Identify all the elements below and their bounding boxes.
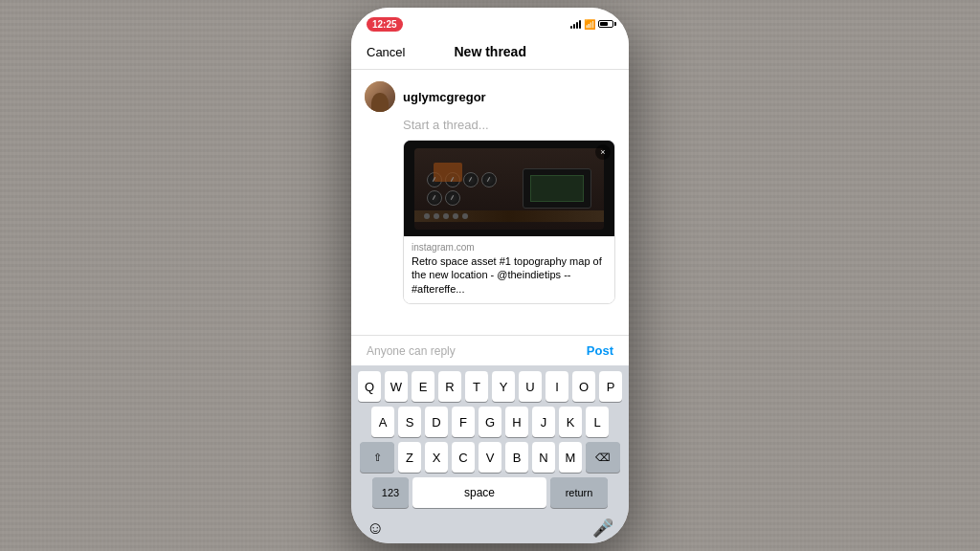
link-preview-card: × instagram.com Retro space asset #1 top… xyxy=(403,140,615,304)
phone-frame: 12:25 📶 Cancel New thread xyxy=(351,8,629,543)
action-bar: Anyone can reply Post xyxy=(351,335,629,365)
key-p[interactable]: P xyxy=(599,371,622,402)
controls-strip xyxy=(414,210,604,222)
key-m[interactable]: M xyxy=(559,442,582,473)
key-x[interactable]: X xyxy=(425,442,448,473)
numbers-key[interactable]: 123 xyxy=(372,477,409,508)
display-screen xyxy=(530,175,585,202)
gauge-3 xyxy=(463,172,479,187)
cockpit-scene xyxy=(404,141,614,236)
knob-1 xyxy=(424,213,430,219)
key-j[interactable]: J xyxy=(532,407,555,437)
signal-icon xyxy=(570,19,581,29)
backspace-key[interactable]: ⌫ xyxy=(586,442,620,473)
keyboard-row-4: 123 space return xyxy=(354,477,626,508)
key-u[interactable]: U xyxy=(519,371,542,402)
key-i[interactable]: I xyxy=(546,371,568,402)
microphone-icon[interactable]: 🎤 xyxy=(592,518,613,539)
thread-placeholder: Start a thread... xyxy=(403,118,615,132)
user-row: uglymcgregor xyxy=(365,81,615,112)
status-icons: 📶 xyxy=(570,19,613,30)
preview-meta: instagram.com Retro space asset #1 topog… xyxy=(404,236,614,303)
app-content: Cancel New thread uglymcgregor Start a t… xyxy=(351,34,629,365)
key-q[interactable]: Q xyxy=(358,371,381,402)
key-e[interactable]: E xyxy=(412,371,434,402)
gauge-4 xyxy=(481,172,497,187)
key-t[interactable]: T xyxy=(465,371,488,402)
key-v[interactable]: V xyxy=(479,442,501,473)
status-time: 12:25 xyxy=(367,17,403,32)
post-button[interactable]: Post xyxy=(587,343,613,358)
keyboard: Q W E R T Y U I O P A S D F G H J K L ⇧ … xyxy=(351,365,629,513)
preview-image: × xyxy=(404,141,614,236)
cancel-button[interactable]: Cancel xyxy=(367,45,405,59)
key-s[interactable]: S xyxy=(398,407,421,437)
knob-2 xyxy=(434,213,439,219)
key-c[interactable]: C xyxy=(452,442,475,473)
key-z[interactable]: Z xyxy=(398,442,421,473)
preview-source: instagram.com xyxy=(412,242,607,253)
key-l[interactable]: L xyxy=(586,407,609,437)
emoji-icon[interactable]: ☺ xyxy=(367,518,384,539)
key-w[interactable]: W xyxy=(385,371,408,402)
key-y[interactable]: Y xyxy=(492,371,515,402)
status-bar: 12:25 📶 xyxy=(351,8,629,34)
avatar xyxy=(365,81,395,112)
header-title: New thread xyxy=(455,44,526,59)
keyboard-row-3: ⇧ Z X C V B N M ⌫ xyxy=(354,442,626,473)
key-h[interactable]: H xyxy=(505,407,528,437)
shift-key[interactable]: ⇧ xyxy=(360,442,394,473)
knob-3 xyxy=(443,213,449,219)
space-key[interactable]: space xyxy=(412,477,546,508)
return-key[interactable]: return xyxy=(550,477,608,508)
key-o[interactable]: O xyxy=(572,371,595,402)
gauge-6 xyxy=(445,190,460,206)
reply-permission-label: Anyone can reply xyxy=(367,344,456,358)
preview-title: Retro space asset #1 topography map of t… xyxy=(412,254,607,296)
username: uglymcgregor xyxy=(403,90,486,104)
knob-4 xyxy=(453,213,458,219)
gauge-5 xyxy=(427,190,442,206)
keyboard-row-2: A S D F G H J K L xyxy=(354,407,626,437)
key-r[interactable]: R xyxy=(438,371,461,402)
keyboard-bottom-bar: ☺ 🎤 xyxy=(351,513,629,543)
keyboard-row-1: Q W E R T Y U I O P xyxy=(354,371,626,402)
key-d[interactable]: D xyxy=(425,407,448,437)
thread-compose-area: uglymcgregor Start a thread... xyxy=(351,70,629,335)
key-g[interactable]: G xyxy=(479,407,501,437)
key-b[interactable]: B xyxy=(505,442,528,473)
thread-input-area[interactable]: Start a thread... xyxy=(365,118,615,304)
wifi-icon: 📶 xyxy=(584,19,595,30)
knob-5 xyxy=(462,213,468,219)
display-panel xyxy=(523,168,592,208)
cockpit-panel xyxy=(414,148,604,230)
header: Cancel New thread xyxy=(351,34,629,70)
battery-icon xyxy=(598,20,613,28)
key-f[interactable]: F xyxy=(452,407,475,437)
close-preview-button[interactable]: × xyxy=(595,144,611,160)
key-k[interactable]: K xyxy=(559,407,582,437)
key-n[interactable]: N xyxy=(532,442,555,473)
orange-detail xyxy=(434,163,462,182)
key-a[interactable]: A xyxy=(371,407,394,437)
